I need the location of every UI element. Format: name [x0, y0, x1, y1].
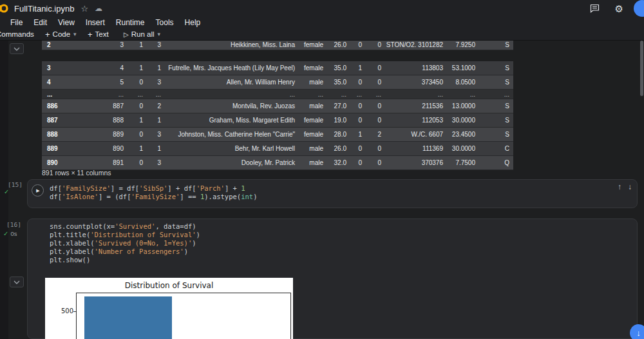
table-row: 3411Futrelle, Mrs. Jacques Heath (Lily M…	[42, 61, 513, 75]
code-line: sns.countplot(x='Survived', data=df)	[50, 222, 200, 231]
table-cell: male	[298, 79, 327, 86]
notebook-title[interactable]: FullTitanic.ipynb	[14, 4, 74, 14]
table-cell: STON/O2. 3101282	[385, 41, 447, 48]
add-code-label: Code	[53, 30, 71, 38]
chevron-down-icon: ▾	[158, 31, 161, 37]
chevron-down-icon: ▾	[73, 31, 77, 37]
section-collapse-chevron-icon[interactable]	[10, 276, 24, 287]
chart-axes	[76, 293, 291, 339]
table-cell: 26.0	[327, 41, 350, 48]
menu-item-edit[interactable]: Edit	[33, 18, 47, 27]
menu-item-tools[interactable]: Tools	[156, 18, 174, 27]
move-cell-up-icon[interactable]: ↑	[618, 182, 621, 191]
table-cell: 1	[350, 64, 366, 72]
table-cell: 5	[66, 79, 128, 86]
table-cell: ...	[298, 91, 327, 98]
menu-item-view[interactable]: View	[58, 18, 75, 27]
table-cell: 1	[128, 117, 147, 124]
table-cell: 113803	[385, 64, 447, 72]
table-cell: 3	[147, 79, 165, 86]
add-code-button[interactable]: + Code ▾	[45, 28, 77, 40]
cell-toolbar: ↑ ↓	[618, 182, 632, 191]
table-cell: Behr, Mr. Karl Howell	[165, 145, 298, 152]
menu-item-runtime[interactable]: Runtime	[116, 18, 145, 27]
table-cell: 0	[366, 79, 385, 86]
table-cell: 1	[147, 145, 165, 152]
table-cell: 13.0000	[447, 102, 479, 110]
commands-button[interactable]: Commands	[0, 28, 34, 40]
play-icon: ▶	[35, 188, 39, 193]
menu-item-file[interactable]: File	[10, 18, 23, 27]
table-cell: 1	[128, 145, 147, 152]
colab-logo-icon[interactable]	[0, 3, 9, 14]
cell-exec-time: 0s	[10, 230, 17, 237]
table-cell: ...	[147, 91, 165, 98]
table-cell: Johnston, Miss. Catherine Helen "Carrie"	[165, 131, 298, 138]
comments-icon[interactable]	[590, 4, 600, 13]
table-cell: 0	[350, 79, 366, 86]
table-cell: 0	[366, 102, 385, 110]
table-cell: ...	[366, 91, 385, 98]
table-cell: 4	[66, 64, 128, 72]
table-cell: S	[479, 117, 513, 124]
cell-exec-count: [15]	[8, 181, 23, 188]
table-cell: 3	[147, 41, 165, 48]
settings-gear-icon[interactable]: ⚙	[615, 4, 623, 14]
run-all-button[interactable]: ▷ Run all ▾	[124, 28, 160, 40]
code-line: plt.ylabel('Number of Passengers')	[50, 247, 200, 256]
table-cell: 1	[147, 117, 165, 124]
menu-item-insert[interactable]: Insert	[86, 18, 105, 27]
table-cell: 211536	[385, 102, 447, 110]
table-cell: ...	[165, 91, 298, 98]
table-cell: ...	[327, 91, 350, 98]
table-cell: 889	[42, 145, 66, 152]
code-cell-15: ▶ df['FamilySize'] = df['SibSp'] + df['P…	[27, 179, 638, 208]
table-row: 88888903Johnston, Miss. Catherine Helen …	[42, 128, 513, 142]
table-cell: male	[298, 145, 327, 152]
table-cell: 0	[128, 159, 147, 166]
table-cell: 1	[350, 131, 366, 138]
move-cell-down-icon[interactable]: ↓	[628, 182, 632, 191]
run-cell-button[interactable]: ▶	[32, 184, 44, 197]
table-cell: 28.0	[327, 131, 350, 138]
cell-exec-status: ✓ 0s	[3, 230, 17, 237]
table-cell: 0	[350, 102, 366, 110]
table-cell: 0	[350, 117, 366, 124]
plus-icon: +	[88, 30, 93, 39]
avatar[interactable]	[634, 0, 644, 17]
table-cell: ...	[447, 91, 479, 98]
add-text-label: Text	[95, 30, 109, 38]
table-cell: 2	[42, 41, 66, 48]
code-line: plt.title('Distribution of Survival')	[50, 231, 200, 239]
table-row: 4503Allen, Mr. William Henrymale35.00037…	[42, 75, 513, 90]
table-cell: 0	[366, 64, 385, 72]
table-cell: C	[479, 145, 513, 152]
menu-item-help[interactable]: Help	[185, 18, 201, 27]
table-cell: female	[298, 41, 327, 48]
table-cell: male	[298, 159, 327, 166]
menu-items: FileEditViewInsertRuntimeToolsHelp	[0, 17, 644, 28]
table-cell: 891	[66, 159, 128, 166]
add-text-button[interactable]: + Text	[88, 28, 109, 40]
table-cell: 35.0	[327, 79, 350, 86]
code-editor[interactable]: sns.countplot(x='Survived', data=df)plt.…	[50, 222, 200, 264]
code-line: df['FamilySize'] = df['SibSp'] + df['Par…	[50, 184, 257, 193]
table-cell: 7.7500	[447, 159, 479, 166]
scrollbar-thumb[interactable]	[640, 41, 643, 96]
table-cell: 0	[366, 159, 385, 166]
table-cell: Graham, Miss. Margaret Edith	[165, 117, 298, 124]
chart-title: Distribution of Survival	[45, 281, 293, 290]
star-icon[interactable]: ☆	[80, 5, 88, 13]
cell-exec-count: [16]	[6, 221, 21, 228]
matplotlib-figure: Distribution of Survival 500	[45, 278, 293, 339]
table-cell: 8.0500	[447, 79, 479, 86]
section-collapse-chevron-icon[interactable]	[10, 43, 24, 54]
table-cell: 35.0	[327, 64, 350, 72]
table-cell: S	[479, 131, 513, 138]
table-cell: S	[479, 41, 513, 48]
table-cell: 373450	[385, 79, 447, 86]
table-row: 88688702Montvila, Rev. Juozasmale27.0002…	[42, 99, 513, 113]
code-editor[interactable]: df['FamilySize'] = df['SibSp'] + df['Par…	[50, 184, 257, 201]
scroll-to-bottom-button[interactable]: ↓	[630, 324, 644, 339]
table-cell: 0	[128, 131, 147, 138]
